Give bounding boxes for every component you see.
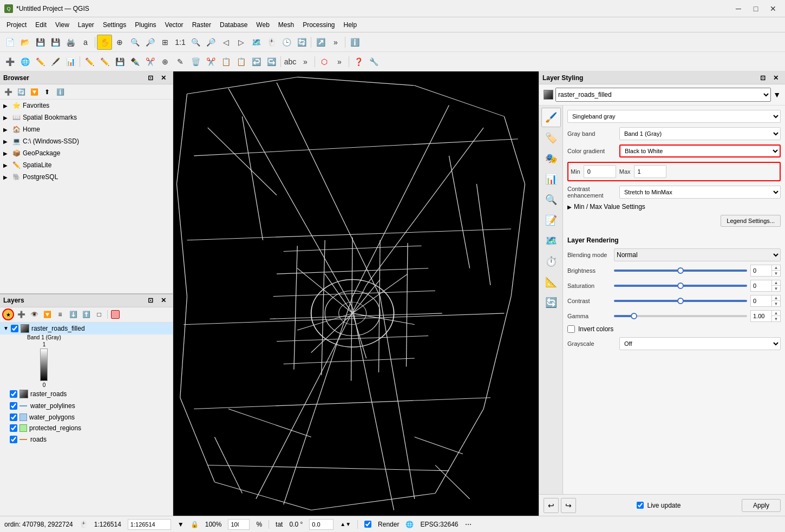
zoom-prev-btn[interactable]: ◁ [218, 35, 233, 50]
browser-item-bookmarks[interactable]: ▶ 📖 Spatial Bookmarks [0, 111, 173, 123]
refresh-btn[interactable]: 🔄 [294, 35, 309, 50]
add-layer-btn[interactable]: ➕ [2, 54, 17, 69]
gamma-thumb[interactable] [631, 313, 637, 319]
scale-input[interactable] [128, 519, 171, 530]
menu-plugins[interactable]: Plugins [130, 19, 160, 30]
browser-item-favorites[interactable]: ▶ ⭐ Favorites [0, 100, 173, 111]
minmax-settings-toggle[interactable]: ▶ Min / Max Value Settings [567, 203, 781, 211]
layer-visibility-protected-regions[interactable] [10, 424, 17, 432]
legend-settings-btn[interactable]: Legend Settings... [721, 215, 781, 227]
layer-item-protected-regions[interactable]: protected_regions [6, 423, 173, 434]
browser-item-postgresql[interactable]: ▶ 🐘 PostgreSQL [0, 171, 173, 183]
browser-add-btn[interactable]: ➕ [2, 86, 14, 98]
deselect-btn[interactable]: 🕒 [279, 35, 294, 50]
contrast-down[interactable]: ▼ [771, 301, 780, 307]
more2-btn[interactable]: » [298, 54, 313, 69]
styling-layer-dropdown-arrow[interactable]: ▼ [773, 90, 781, 99]
max-input[interactable]: 1 [634, 165, 666, 178]
saturation-value[interactable] [751, 283, 771, 289]
paste-btn[interactable]: 📋 [233, 54, 248, 69]
tab-rendering[interactable]: 🔄 [541, 293, 561, 312]
label-btn[interactable]: abc [283, 54, 298, 69]
filter-layer-btn[interactable]: 🔽 [41, 308, 53, 320]
tab-temporal[interactable]: ⏱️ [541, 252, 561, 271]
pan-btn[interactable]: ✋ [97, 35, 112, 50]
draw-node-btn[interactable]: ✏️ [97, 54, 112, 69]
menu-mesh[interactable]: Mesh [274, 19, 298, 30]
close-button[interactable]: ✕ [766, 3, 781, 14]
split-btn[interactable]: ✂️ [142, 54, 158, 69]
brightness-down[interactable]: ▼ [771, 271, 780, 277]
contrast-thumb[interactable] [677, 298, 684, 304]
move-down-btn[interactable]: ⬆️ [80, 308, 92, 320]
tab-elevation[interactable]: 📐 [541, 272, 561, 292]
copy-btn[interactable]: 📋 [218, 54, 233, 69]
pan-map-btn[interactable]: ⊕ [112, 35, 127, 50]
plugin-btn[interactable]: 🔧 [366, 54, 381, 69]
settings-icon[interactable]: ⋯ [465, 521, 472, 528]
layer-visibility-water-poly[interactable] [10, 402, 17, 410]
menu-processing[interactable]: Processing [298, 19, 339, 30]
saturation-down[interactable]: ▼ [771, 286, 780, 292]
browser-item-geopackage[interactable]: ▶ 📦 GeoPackage [0, 147, 173, 159]
style-btn[interactable]: 🖋️ [48, 54, 63, 69]
invert-colors-checkbox[interactable] [567, 325, 575, 333]
menu-web[interactable]: Web [252, 19, 273, 30]
remove-layer-btn[interactable]: 👁️ [28, 308, 40, 320]
save-as-btn[interactable]: 💾 [48, 35, 63, 50]
select-btn[interactable]: 🖱️ [264, 35, 279, 50]
browser-item-home[interactable]: ▶ 🏠 Home [0, 123, 173, 135]
browser-collapse-btn[interactable]: ⬆ [41, 86, 53, 98]
tab-histogram[interactable]: 📊 [541, 169, 561, 189]
digitize2-btn[interactable]: ✒️ [127, 54, 142, 69]
help2-btn[interactable]: ❓ [351, 54, 366, 69]
saturation-thumb[interactable] [677, 283, 684, 289]
layer-visibility-raster-roads[interactable] [10, 390, 17, 398]
styling-close-btn[interactable]: ✕ [770, 72, 782, 84]
info-btn[interactable]: ℹ️ [347, 35, 362, 50]
layer-item-water-polygons[interactable]: water_polygons [6, 412, 173, 423]
layer-item-raster-roads[interactable]: raster_roads [6, 388, 173, 400]
menu-database[interactable]: Database [215, 19, 252, 30]
grayscale-select[interactable]: Off [619, 337, 781, 350]
more-btn[interactable]: » [328, 35, 343, 50]
brightness-thumb[interactable] [677, 267, 684, 274]
zoom-out-btn[interactable]: 🔎 [142, 35, 158, 50]
apply-button[interactable]: Apply [742, 499, 781, 512]
browser-item-windows[interactable]: ▶ 💻 C:\ (Windows-SSD) [0, 135, 173, 147]
menu-project[interactable]: Project [2, 19, 31, 30]
redo-btn[interactable]: ↪️ [264, 54, 279, 69]
del-btn[interactable]: 🗑️ [188, 54, 203, 69]
zoom-full-btn[interactable]: 🔎 [203, 35, 218, 50]
move-up-btn[interactable]: ⬇️ [67, 308, 79, 320]
redo-style-btn[interactable]: ↪ [561, 498, 576, 513]
browser-item-spatialite[interactable]: ▶ ✏️ SpatiaLite [0, 159, 173, 171]
contrast-enhancement-select[interactable]: Stretch to MinMax [619, 186, 781, 199]
browser-filter-btn[interactable]: 🔽 [28, 86, 40, 98]
tab-metadata[interactable]: 🔍 [541, 190, 561, 209]
edit2-btn[interactable]: ✎ [173, 54, 188, 69]
tab-legend[interactable]: 📝 [541, 211, 561, 230]
map-area[interactable] [173, 71, 539, 516]
gamma-value[interactable] [751, 313, 771, 319]
attrs-btn[interactable]: 📊 [63, 54, 78, 69]
edit-layer-btn[interactable]: 🌐 [17, 54, 32, 69]
saturation-up[interactable]: ▲ [771, 280, 780, 286]
tab-symbology[interactable]: 🖌️ [541, 108, 561, 127]
select-features-btn[interactable]: ↗️ [313, 35, 328, 50]
layers-close-btn[interactable]: ✕ [158, 294, 169, 306]
gamma-down[interactable]: ▼ [771, 316, 780, 322]
brightness-value[interactable] [751, 267, 771, 274]
zoom-next-btn[interactable]: ▷ [233, 35, 248, 50]
draw-line-btn[interactable]: ✏️ [82, 54, 97, 69]
renderer-select[interactable]: Singleband gray [567, 110, 781, 123]
menu-settings[interactable]: Settings [99, 19, 130, 30]
maximize-button[interactable]: □ [748, 3, 763, 14]
identify-btn[interactable]: 🗺️ [248, 35, 264, 50]
add-layer-panel-btn[interactable]: ➕ [15, 308, 27, 320]
menu-view[interactable]: View [51, 19, 74, 30]
zoom-layer-btn[interactable]: 🔍 [188, 35, 203, 50]
contrast-up[interactable]: ▲ [771, 295, 780, 301]
open-project-btn[interactable]: 📂 [17, 35, 32, 50]
print-btn[interactable]: 🖨️ [63, 35, 78, 50]
